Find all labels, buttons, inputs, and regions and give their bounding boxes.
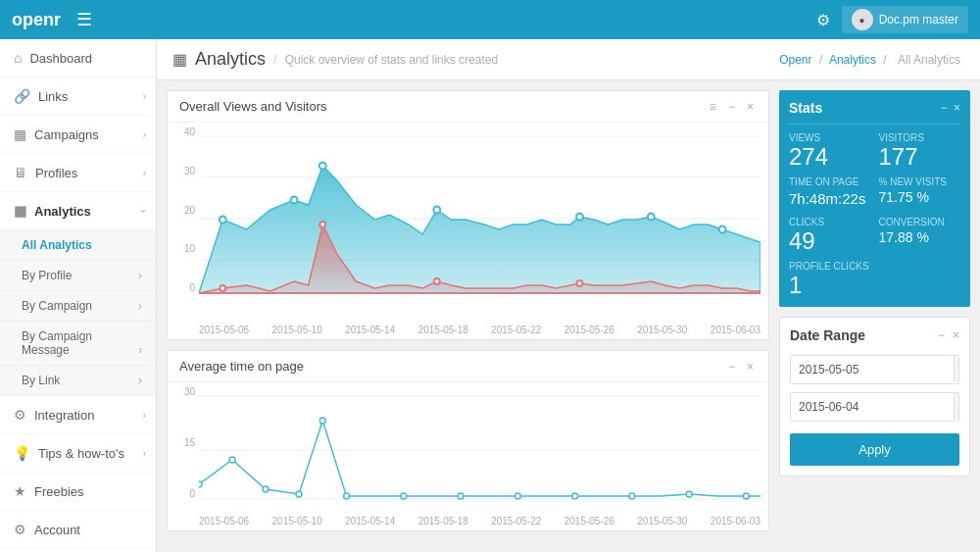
chart2-close-icon[interactable]: ×: [744, 360, 757, 374]
tips-icon: 💡: [14, 445, 30, 461]
chevron-right-icon: ›: [143, 129, 146, 140]
charts-column: Overall Views and Visitors ≡ − ×: [167, 90, 769, 542]
stats-minimize-icon[interactable]: −: [941, 101, 948, 115]
svg-marker-5: [199, 166, 760, 293]
header-left: openr ☰: [12, 9, 92, 30]
apply-button[interactable]: Apply: [790, 433, 959, 466]
freebies-icon: ★: [14, 483, 26, 499]
chart2-minimize-icon[interactable]: −: [725, 360, 738, 374]
svg-point-28: [458, 493, 464, 499]
chevron-right-icon: ›: [143, 168, 146, 178]
link-icon: 🔗: [14, 88, 30, 104]
visitors-value: 177: [879, 145, 961, 169]
views-value: 274: [789, 145, 871, 169]
search-icon[interactable]: ⚙: [816, 11, 830, 29]
stats-close-icon[interactable]: ×: [954, 101, 960, 115]
sidebar-item-tips[interactable]: 💡 Tips & how-to's ›: [0, 434, 156, 473]
profile-clicks-value: 1: [789, 274, 960, 297]
conversion-label: CONVERSION: [879, 217, 961, 227]
date-panel-controls: − ×: [938, 328, 959, 342]
svg-point-9: [319, 163, 326, 170]
hamburger-icon[interactable]: ☰: [76, 9, 92, 30]
svg-point-23: [263, 486, 269, 492]
sidebar-item-campaigns[interactable]: ▦ Campaigns ›: [0, 116, 156, 154]
chart-panel-views: Overall Views and Visitors ≡ − ×: [167, 90, 769, 340]
chart1-title: Overall Views and Visitors: [179, 99, 327, 114]
date-panel-minimize-icon[interactable]: −: [938, 328, 945, 342]
chart1-x-axis: 2015-05-06 2015-05-10 2015-05-14 2015-05…: [199, 325, 760, 335]
svg-point-12: [648, 214, 655, 221]
sidebar-item-freebies[interactable]: ★ Freebies: [0, 473, 156, 511]
chart2-container: 30 15 0 2015-05-06 2015-05-10 2015-05-14…: [168, 382, 768, 530]
analytics-icon: ▦: [14, 203, 26, 219]
user-badge[interactable]: ● Doc.pm master: [842, 6, 968, 33]
svg-point-16: [434, 278, 440, 284]
date-panel-close-icon[interactable]: ×: [953, 328, 959, 342]
stats-grid: VIEWS 274 VISITORS 177 TIME ON PAGE 7h:4…: [789, 132, 960, 297]
chevron-down-icon: −: [140, 206, 146, 217]
svg-point-25: [319, 418, 325, 424]
chart2-y-axis: 30 15 0: [172, 386, 195, 499]
stat-profile-clicks: PROFILE CLICKS 1: [789, 261, 960, 297]
chart1-close-icon[interactable]: ×: [744, 100, 757, 114]
stat-conversion: CONVERSION 17.88 %: [879, 217, 961, 253]
svg-point-29: [514, 493, 520, 499]
chevron-right-icon: ›: [143, 91, 146, 102]
sidebar-sub-by-link[interactable]: By Link ›: [0, 366, 156, 396]
breadcrumb-analytics[interactable]: Analytics: [829, 53, 876, 67]
page-title-area: ▦ Analytics / Quick overview of stats an…: [172, 49, 498, 70]
sidebar-sub-by-campaign[interactable]: By Campaign ›: [0, 291, 156, 322]
sidebar-item-integration[interactable]: ⚙ Integration ›: [0, 396, 156, 434]
new-visits-label: % NEW VISITS: [879, 176, 961, 187]
svg-point-33: [744, 493, 750, 499]
chevron-right-icon: ›: [143, 410, 146, 421]
analytics-submenu: All Analytics By Profile › By Campaign ›…: [0, 230, 156, 396]
date-end-input[interactable]: [791, 393, 954, 421]
breadcrumb-openr[interactable]: Openr: [779, 53, 811, 67]
integration-icon: ⚙: [14, 407, 26, 423]
chart1-legend-icon[interactable]: ≡: [707, 100, 719, 114]
svg-point-27: [401, 493, 407, 499]
svg-point-15: [319, 222, 325, 227]
stats-header: Stats − ×: [789, 100, 960, 125]
svg-point-22: [229, 457, 235, 463]
sidebar-sub-by-campaign-message[interactable]: By Campaign Message ›: [0, 322, 156, 366]
chart1-minimize-icon[interactable]: −: [725, 100, 738, 114]
chart1-svg: [199, 126, 760, 323]
header-right: ⚙ ● Doc.pm master: [816, 6, 968, 33]
new-visits-value: 71.75 %: [879, 189, 961, 205]
clicks-label: CLICKS: [789, 217, 871, 227]
page-header: ▦ Analytics / Quick overview of stats an…: [157, 39, 980, 80]
date-range-panel: Date Range − × 📅 📅 Apply: [779, 317, 970, 477]
stat-new-visits: % NEW VISITS 71.75 %: [879, 176, 961, 209]
chart1-container: 40 30 20 10 0 2015-05-06 2015-05-10 2015…: [168, 123, 768, 339]
stat-time: TIME ON PAGE 7h:48m:22s: [789, 176, 871, 209]
chart2-title: Average time on page: [179, 359, 304, 374]
content-area: Overall Views and Visitors ≡ − ×: [157, 80, 980, 552]
chart1-y-axis: 40 30 20 10 0: [172, 126, 195, 293]
sidebar-item-links[interactable]: 🔗 Links ›: [0, 77, 156, 116]
date-start-row: 📅: [790, 355, 959, 384]
calendar-end-icon[interactable]: 📅: [954, 393, 959, 420]
sidebar-item-dashboard[interactable]: ⌂ Dashboard: [0, 39, 156, 77]
svg-point-14: [220, 285, 225, 291]
visitors-label: VISITORS: [879, 132, 961, 143]
sidebar-sub-by-profile[interactable]: By Profile ›: [0, 261, 156, 291]
sidebar-sub-all-analytics[interactable]: All Analytics: [0, 230, 156, 261]
svg-point-30: [572, 493, 578, 499]
calendar-start-icon[interactable]: 📅: [954, 356, 959, 382]
breadcrumb: Openr / Analytics / All Analytics: [779, 53, 964, 67]
layout: ⌂ Dashboard 🔗 Links › ▦ Campaigns › 🖥 Pr…: [0, 39, 980, 552]
svg-point-8: [291, 197, 298, 204]
svg-point-32: [686, 491, 692, 497]
views-label: VIEWS: [789, 132, 871, 143]
sidebar-item-account[interactable]: ⚙ Account: [0, 511, 156, 549]
chart2-x-axis: 2015-05-06 2015-05-10 2015-05-14 2015-05…: [199, 516, 760, 527]
svg-point-17: [577, 280, 583, 286]
right-column: Stats − × VIEWS 274 VISITORS: [779, 90, 970, 542]
chart1-controls: ≡ − ×: [707, 100, 757, 114]
sidebar-item-analytics[interactable]: ▦ Analytics −: [0, 192, 156, 230]
sidebar-item-profiles[interactable]: 🖥 Profiles ›: [0, 154, 156, 192]
date-end-row: 📅: [790, 392, 959, 422]
date-start-input[interactable]: [791, 356, 954, 383]
